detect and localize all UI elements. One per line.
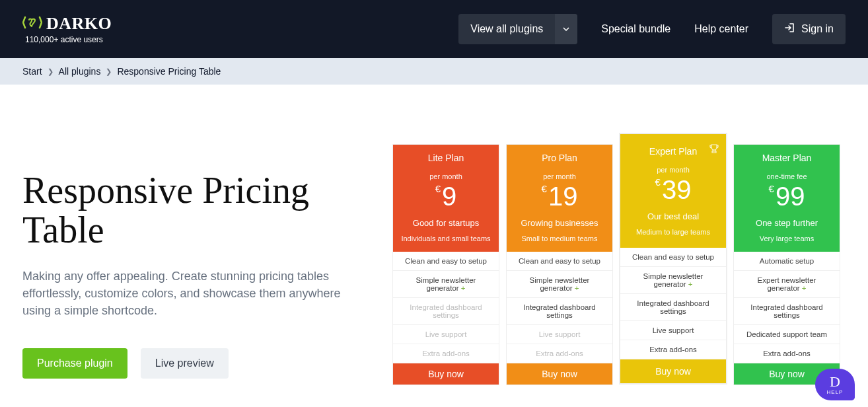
plan-price: €99 [739,182,834,211]
crumb-all-plugins[interactable]: All plugins [59,66,101,77]
plan-feature: Live support [620,321,726,340]
plan-tagline: Good for startups [398,218,493,228]
sign-in-button[interactable]: Sign in [772,14,846,44]
plan-feature: Expert newsletter generator + [734,271,840,298]
crumb-current: Responsive Pricing Table [117,66,221,77]
plan-audience: Individuals and small teams [398,235,493,242]
plan-audience: Medium to large teams [626,228,721,236]
view-all-plugins-button[interactable]: View all plugins [458,14,577,44]
feature-text: Clean and easy to setup [632,253,714,261]
sign-in-icon [784,22,795,36]
plan-tagline: Our best deal [626,211,721,221]
feature-text: Simple newsletter generator [416,276,476,292]
plan-name: Expert Plan [626,146,721,157]
pricing-card-master: Master Planone-time fee€99One step furth… [733,144,840,385]
logo-subtitle: 110,000+ active users [25,35,112,44]
plan-feature: Extra add-ons [507,344,612,363]
live-preview-button[interactable]: Live preview [141,348,229,379]
top-nav: View all plugins Special bundle Help cen… [458,14,846,44]
plan-feature: Clean and easy to setup [393,252,499,271]
plan-price: €9 [398,182,493,211]
plan-feature: Integrated dashboard settings [393,298,499,325]
card-head: Lite Planper month€9Good for startupsInd… [393,145,499,252]
feature-text: Expert newsletter generator [758,276,816,292]
breadcrumb: Start ❯ All plugins ❯ Responsive Pricing… [0,58,868,85]
plan-name: Pro Plan [512,153,607,163]
nav-special-bundle[interactable]: Special bundle [601,23,670,35]
plan-feature: Extra add-ons [734,344,840,363]
chevron-down-icon[interactable] [555,14,577,44]
plan-period: per month [626,166,721,174]
card-head: Master Planone-time fee€99One step furth… [734,145,840,252]
site-header: DARKO 110,000+ active users View all plu… [0,0,868,58]
plan-feature: Simple newsletter generator + [507,271,612,298]
feature-text: Automatic setup [760,257,814,265]
plan-feature: Simple newsletter generator + [620,267,726,294]
plan-price: €39 [626,175,721,205]
nav-help-center[interactable]: Help center [694,23,748,35]
trophy-icon [709,143,719,157]
price-value: 39 [662,175,692,204]
logo-block[interactable]: DARKO 110,000+ active users [22,14,112,44]
plan-feature: Simple newsletter generator + [393,271,499,298]
plan-feature: Live support [507,325,612,344]
buy-now-button[interactable]: Buy now [393,363,499,385]
logo-text: DARKO [46,14,112,34]
sign-in-label: Sign in [801,23,834,35]
plan-audience: Small to medium teams [512,235,607,242]
feature-text: Live support [539,330,581,338]
plan-feature: Integrated dashboard settings [620,294,726,321]
crumb-start[interactable]: Start [22,66,42,77]
feature-text: Integrated dashboard settings [523,303,595,319]
pricing-card-expert: Expert Planper month€39Our best dealMedi… [620,133,727,384]
main-content: Responsive Pricing Table Making any offe… [0,85,868,385]
plan-feature: Extra add-ons [620,340,726,359]
plus-icon: + [573,284,579,292]
plan-tagline: One step further [739,218,834,228]
feature-text: Extra add-ons [649,346,697,353]
chevron-right-icon: ❯ [106,67,112,76]
pricing-cards: Lite Planper month€9Good for startupsInd… [392,144,840,385]
plan-feature: Clean and easy to setup [620,248,726,267]
plan-feature: Live support [393,325,499,344]
plan-feature: Integrated dashboard settings [734,298,840,325]
help-widget-letter: D [830,375,840,386]
feature-text: Extra add-ons [536,350,583,357]
hero-section: Responsive Pricing Table Making any offe… [22,144,353,379]
card-head: Expert Planper month€39Our best dealMedi… [620,134,726,248]
plan-feature: Extra add-ons [393,344,499,363]
buy-now-button[interactable]: Buy now [507,363,612,385]
feature-text: Extra add-ons [422,350,470,357]
plan-price: €19 [512,182,607,211]
purchase-plugin-button[interactable]: Purchase plugin [22,348,127,379]
card-head: Pro Planper month€19Growing businessesSm… [507,145,612,252]
feature-text: Simple newsletter generator [530,276,590,292]
plan-period: one-time fee [739,172,834,180]
page-description: Making any offer appealing. Create stunn… [22,268,353,319]
buy-now-button[interactable]: Buy now [620,359,726,383]
logo-icon [22,15,42,33]
plan-feature: Automatic setup [734,252,840,271]
plan-feature: Integrated dashboard settings [507,298,612,325]
plan-feature: Dedicated support team [734,325,840,344]
plan-feature: Clean and easy to setup [507,252,612,271]
feature-text: Integrated dashboard settings [637,299,709,315]
feature-text: Extra add-ons [763,350,811,357]
plan-name: Lite Plan [398,153,493,163]
price-value: 9 [442,182,456,211]
plus-icon: + [686,280,693,288]
currency: € [542,183,547,194]
view-all-plugins-label: View all plugins [458,23,555,35]
plus-icon: + [459,284,466,292]
plan-period: per month [398,172,493,180]
feature-text: Clean and easy to setup [405,257,487,265]
currency: € [769,183,774,194]
feature-text: Clean and easy to setup [519,257,600,265]
plan-name: Master Plan [739,153,834,163]
feature-text: Simple newsletter generator [643,272,704,288]
feature-text: Live support [425,330,467,338]
page-title: Responsive Pricing Table [22,170,353,250]
feature-text: Integrated dashboard settings [410,303,482,319]
plan-tagline: Growing businesses [512,218,607,228]
pricing-card-pro: Pro Planper month€19Growing businessesSm… [506,144,613,385]
